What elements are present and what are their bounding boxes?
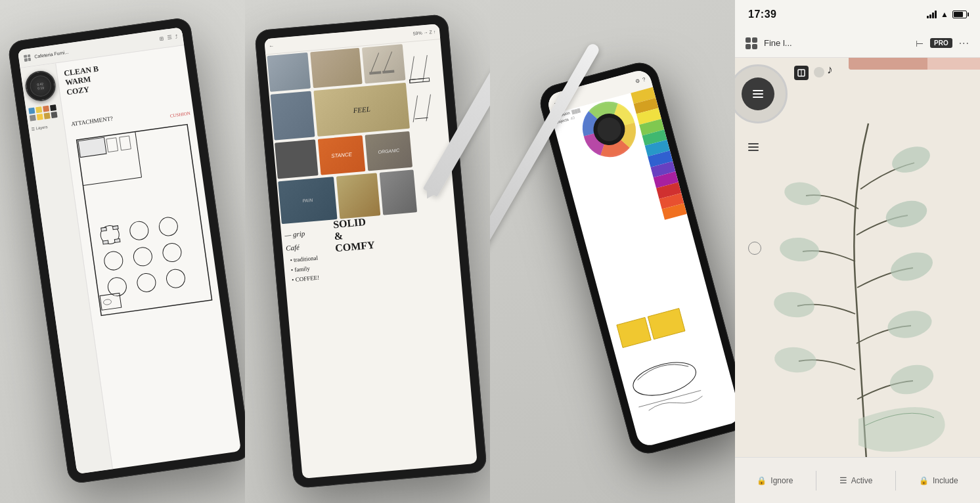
- phone-question-icon: ?: [641, 76, 646, 83]
- phone-sketch: [608, 294, 715, 441]
- phone-frame: ← ☰ ⚙ ? Precision ▓▓▓ Objects: [536, 58, 735, 458]
- svg-point-8: [136, 273, 157, 294]
- dial-lines: [753, 90, 763, 98]
- objects-count: 40: [569, 116, 575, 121]
- battery-icon: [952, 11, 967, 18]
- color-palette: [28, 104, 60, 121]
- ipad-2-frame: ← 59% → Z ↑: [254, 14, 487, 489]
- svg-point-9: [158, 216, 179, 237]
- svg-point-46: [772, 290, 816, 320]
- photo-tile-interior-1: [310, 48, 363, 88]
- moodboard-text-cafe: Café: [286, 243, 300, 252]
- svg-rect-16: [78, 137, 106, 157]
- section-3-phone-pencil: ← ☰ ⚙ ? Precision ▓▓▓ Objects: [490, 0, 735, 503]
- svg-rect-18: [119, 136, 131, 150]
- bottom-divider-2: [895, 471, 896, 491]
- ruler-icon[interactable]: ⊢: [916, 38, 924, 49]
- color-swatch-orange[interactable]: [43, 106, 49, 112]
- floor-plan-svg: [69, 117, 219, 323]
- phone4-progress-fill: [849, 58, 927, 70]
- ipad-1-body: 0.42 0.19: [20, 45, 240, 474]
- phone4-status-bar: 17:39 ▲: [735, 0, 980, 29]
- svg-line-2: [135, 132, 141, 177]
- color-swatch-black[interactable]: [49, 104, 56, 111]
- photo-tile-stool: [275, 139, 319, 179]
- color-swatch-yellow[interactable]: [35, 106, 42, 113]
- dial-inner-text: 0.42 0.19: [37, 81, 44, 90]
- ipad-1-toolbar-icons: ⊞ ☰ ⤴: [158, 33, 177, 42]
- svg-rect-15: [114, 238, 120, 242]
- lock-include-icon: 🔒: [919, 476, 929, 485]
- svg-point-6: [129, 220, 150, 241]
- color-swatch-gold[interactable]: [36, 114, 43, 120]
- svg-line-1: [83, 177, 141, 186]
- bottom-divider-1: [816, 471, 816, 491]
- phone4-mini-icon[interactable]: [794, 66, 809, 80]
- section-2-ipad-moodboard: ← 59% → Z ↑: [245, 0, 490, 503]
- svg-line-21: [369, 53, 381, 73]
- svg-point-7: [132, 246, 153, 267]
- svg-point-49: [887, 360, 937, 399]
- phone-pencil-wrapper: ← ☰ ⚙ ? Precision ▓▓▓ Objects: [501, 15, 724, 488]
- svg-point-48: [773, 345, 818, 374]
- svg-rect-36: [616, 317, 650, 347]
- color-swatch-tan[interactable]: [43, 112, 50, 119]
- svg-point-35: [629, 357, 699, 401]
- signal-icon: [927, 11, 937, 18]
- photo-tile-chair-dark: [271, 91, 315, 141]
- phone-wrapper: ← ☰ ⚙ ? Precision ▓▓▓ Objects: [536, 58, 735, 458]
- moodboard-text-family: • family: [291, 265, 311, 273]
- svg-rect-37: [648, 309, 685, 339]
- svg-point-45: [887, 248, 936, 286]
- color-swatch-darkgray[interactable]: [51, 112, 57, 118]
- phone4-canvas-area: ♪: [735, 58, 980, 457]
- phone4-grid-icon[interactable]: [746, 37, 757, 49]
- active-action[interactable]: ☰ Active: [839, 475, 873, 485]
- pro-badge[interactable]: PRO: [930, 38, 952, 48]
- music-note-icon: ♪: [827, 63, 833, 77]
- layers-icon: ☰: [31, 126, 35, 131]
- ignore-label: Ignore: [770, 476, 793, 485]
- svg-line-22: [382, 52, 394, 72]
- photo-tile-cafe-wide: FEEL: [313, 83, 410, 137]
- phone4-bottom-bar: 🔒 Ignore ☰ Active 🔒 Include: [735, 457, 980, 503]
- ipad2-back-icon: ←: [269, 43, 275, 49]
- svg-rect-13: [102, 240, 108, 244]
- svg-point-11: [165, 268, 186, 289]
- phone4-title-area: Fine l...: [764, 38, 909, 48]
- moodboard-grid: FEEL STANCE ORGANIC PAIN: [265, 39, 477, 479]
- phone4-progress-bar: [849, 58, 980, 70]
- more-options-icon[interactable]: ···: [959, 37, 969, 49]
- dial-widget[interactable]: 0.42 0.19: [23, 69, 57, 103]
- color-strip: [631, 87, 687, 220]
- color-swatch-blue[interactable]: [28, 108, 35, 114]
- status-icons: ▲: [927, 10, 967, 19]
- layers-label: ☰ Layers: [31, 122, 62, 131]
- photo-tile-gray: [380, 169, 417, 215]
- svg-rect-12: [100, 227, 106, 231]
- moodboard-text-coffee: • COFFEE!: [292, 274, 320, 284]
- photo-tile-blue-dark: PAIN: [278, 177, 337, 224]
- photo-tile-wood: [336, 173, 380, 219]
- phone-gear-icon: ⚙: [635, 77, 640, 85]
- include-action[interactable]: 🔒 Include: [919, 476, 958, 485]
- ipad-2-screen: ← 59% → Z ↑: [264, 24, 478, 479]
- ignore-action[interactable]: 🔒 Ignore: [757, 476, 793, 485]
- sketch-text-2: ATTACHMENT?: [70, 115, 113, 128]
- dial-center: [742, 77, 774, 110]
- photo-tile-chairs-1: [267, 53, 311, 92]
- phone4-small-circle: [814, 67, 824, 77]
- ipad-1-wrapper: Cafeteria Furni... ⊞ ☰ ⤴ 0.42 0.1: [7, 16, 245, 484]
- svg-line-31: [415, 118, 428, 119]
- svg-point-5: [106, 276, 127, 297]
- status-time: 17:39: [748, 9, 776, 20]
- moodboard-text-solid: SOLID&COMFY: [332, 215, 375, 254]
- moodboard-text-trad: • traditional: [290, 255, 318, 264]
- phone4-toolbar: Fine l... ⊢ PRO ···: [735, 29, 980, 58]
- photo-tile-chairs-2: [362, 44, 406, 83]
- svg-rect-28: [409, 78, 429, 83]
- svg-point-20: [102, 299, 111, 305]
- include-label: Include: [933, 476, 958, 485]
- color-swatch-gray[interactable]: [29, 115, 35, 121]
- section-4-phone-ui: 17:39 ▲ Fine l... ⊢ PRO ···: [735, 0, 980, 503]
